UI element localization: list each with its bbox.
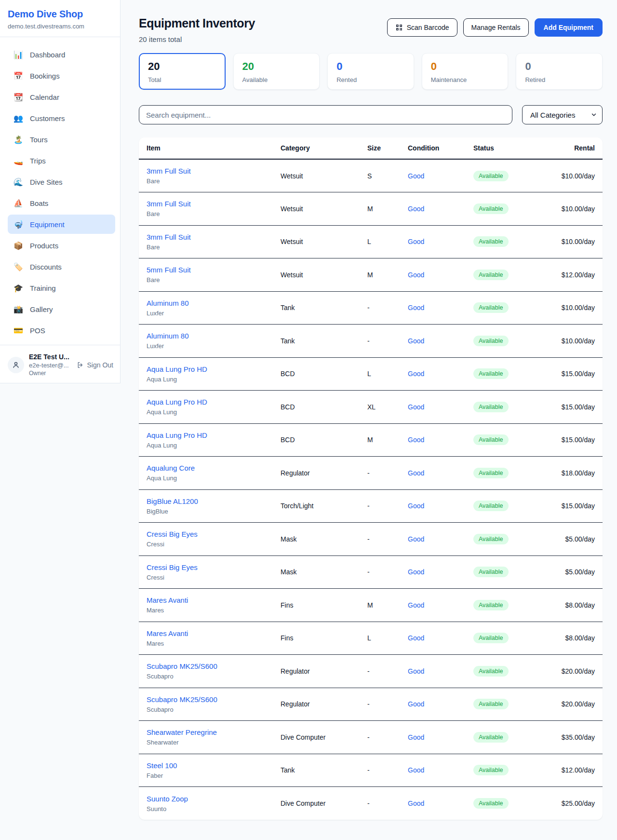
condition-link[interactable]: Good bbox=[408, 787, 473, 820]
avatar bbox=[8, 357, 24, 373]
condition-link[interactable]: Good bbox=[408, 688, 473, 721]
sidebar-item-equipment[interactable]: 🤿 Equipment bbox=[8, 215, 115, 234]
condition-link[interactable]: Good bbox=[408, 291, 473, 325]
size-cell: - bbox=[367, 721, 408, 754]
products-icon: 📦 bbox=[13, 241, 23, 250]
sidebar-item-pos[interactable]: 💳 POS bbox=[8, 321, 115, 340]
item-name-link[interactable]: 5mm Full Suit bbox=[147, 266, 281, 274]
sidebar-nav: 📊 Dashboard 📅 Bookings 📆 Calendar 👥 Cust… bbox=[0, 37, 120, 340]
barcode-icon bbox=[395, 24, 403, 31]
sidebar-item-discounts[interactable]: 🏷️ Discounts bbox=[8, 257, 115, 276]
rental-cell: $10.00/day bbox=[550, 192, 603, 226]
stat-card-maintenance[interactable]: 0 Maintenance bbox=[422, 53, 509, 90]
size-cell: - bbox=[367, 555, 408, 589]
condition-link[interactable]: Good bbox=[408, 489, 473, 523]
item-name-link[interactable]: Shearwater Peregrine bbox=[147, 728, 281, 736]
rental-cell: $10.00/day bbox=[550, 159, 603, 192]
item-brand: Aqua Lung bbox=[147, 474, 281, 482]
boats-icon: ⛵ bbox=[13, 199, 23, 208]
sidebar-item-bookings[interactable]: 📅 Bookings bbox=[8, 66, 115, 85]
condition-link[interactable]: Good bbox=[408, 555, 473, 589]
item-brand: Faber bbox=[147, 772, 281, 779]
condition-link[interactable]: Good bbox=[408, 457, 473, 490]
condition-link[interactable]: Good bbox=[408, 589, 473, 622]
table-row: Aqua Lung Pro HD Aqua Lung BCD XL Good A… bbox=[139, 391, 603, 424]
items-total: 20 items total bbox=[139, 35, 255, 43]
condition-link[interactable]: Good bbox=[408, 754, 473, 787]
condition-link[interactable]: Good bbox=[408, 423, 473, 457]
pos-icon: 💳 bbox=[13, 326, 23, 335]
main-content: Equipment Inventory 20 items total Scan … bbox=[121, 0, 617, 820]
stat-card-total[interactable]: 20 Total bbox=[139, 53, 226, 90]
condition-link[interactable]: Good bbox=[408, 655, 473, 688]
add-equipment-button[interactable]: Add Equipment bbox=[535, 18, 603, 37]
item-name-link[interactable]: Cressi Big Eyes bbox=[147, 530, 281, 538]
equipment-icon: 🤿 bbox=[13, 220, 23, 229]
category-select[interactable]: All Categories bbox=[522, 105, 603, 124]
sidebar-item-calendar[interactable]: 📆 Calendar bbox=[8, 87, 115, 107]
stat-label: Rented bbox=[336, 76, 405, 83]
condition-link[interactable]: Good bbox=[408, 523, 473, 556]
item-name-link[interactable]: 3mm Full Suit bbox=[147, 233, 281, 241]
condition-link[interactable]: Good bbox=[408, 225, 473, 258]
status-badge: Available bbox=[473, 732, 509, 743]
condition-link[interactable]: Good bbox=[408, 325, 473, 358]
condition-link[interactable]: Good bbox=[408, 192, 473, 226]
trips-icon: 🚤 bbox=[13, 156, 23, 165]
status-badge: Available bbox=[473, 501, 509, 511]
sidebar-item-gallery[interactable]: 📸 Gallery bbox=[8, 299, 115, 319]
column-header-item: Item bbox=[139, 137, 281, 159]
condition-link[interactable]: Good bbox=[408, 391, 473, 424]
condition-link[interactable]: Good bbox=[408, 159, 473, 192]
condition-link[interactable]: Good bbox=[408, 258, 473, 292]
sign-out-button[interactable]: Sign Out bbox=[77, 361, 113, 369]
item-name-link[interactable]: Suunto Zoop bbox=[147, 795, 281, 803]
item-name-link[interactable]: Aluminum 80 bbox=[147, 332, 281, 340]
item-name-link[interactable]: 3mm Full Suit bbox=[147, 167, 281, 175]
condition-link[interactable]: Good bbox=[408, 357, 473, 391]
item-name-link[interactable]: Aluminum 80 bbox=[147, 299, 281, 307]
item-name-link[interactable]: Aqua Lung Pro HD bbox=[147, 398, 281, 406]
rental-cell: $5.00/day bbox=[550, 523, 603, 556]
sidebar-item-products[interactable]: 📦 Products bbox=[8, 236, 115, 255]
rental-cell: $15.00/day bbox=[550, 357, 603, 391]
item-name-link[interactable]: Aqualung Core bbox=[147, 464, 281, 472]
sidebar-item-boats[interactable]: ⛵ Boats bbox=[8, 193, 115, 213]
table-row: 3mm Full Suit Bare Wetsuit M Good Availa… bbox=[139, 192, 603, 226]
status-badge: Available bbox=[473, 798, 509, 809]
sidebar-item-dashboard[interactable]: 📊 Dashboard bbox=[8, 45, 115, 64]
item-name-link[interactable]: Scubapro MK25/S600 bbox=[147, 662, 281, 670]
stat-card-available[interactable]: 20 Available bbox=[233, 53, 320, 90]
header-actions: Scan Barcode Manage Rentals Add Equipmen… bbox=[387, 18, 603, 37]
search-input[interactable] bbox=[139, 105, 512, 124]
sidebar-item-customers[interactable]: 👥 Customers bbox=[8, 108, 115, 128]
sidebar-item-dive-sites[interactable]: 🌊 Dive Sites bbox=[8, 172, 115, 191]
item-brand: Aqua Lung bbox=[147, 442, 281, 449]
item-brand: Mares bbox=[147, 640, 281, 647]
category-cell: Regulator bbox=[281, 457, 367, 490]
condition-link[interactable]: Good bbox=[408, 721, 473, 754]
scan-barcode-button[interactable]: Scan Barcode bbox=[387, 18, 457, 37]
stat-card-rented[interactable]: 0 Rented bbox=[327, 53, 414, 90]
status-badge: Available bbox=[473, 765, 509, 775]
item-name-link[interactable]: Aqua Lung Pro HD bbox=[147, 365, 281, 373]
stat-card-retired[interactable]: 0 Retired bbox=[516, 53, 603, 90]
sidebar-item-label: Products bbox=[30, 242, 58, 250]
rental-cell: $12.00/day bbox=[550, 258, 603, 292]
item-name-link[interactable]: BigBlue AL1200 bbox=[147, 497, 281, 505]
item-name-link[interactable]: Cressi Big Eyes bbox=[147, 563, 281, 571]
stat-label: Maintenance bbox=[431, 76, 499, 83]
size-cell: - bbox=[367, 655, 408, 688]
sidebar-item-trips[interactable]: 🚤 Trips bbox=[8, 151, 115, 170]
sidebar-item-tours[interactable]: 🏝️ Tours bbox=[8, 130, 115, 149]
table-row: Mares Avanti Mares Fins L Good Available… bbox=[139, 622, 603, 655]
condition-link[interactable]: Good bbox=[408, 622, 473, 655]
item-name-link[interactable]: 3mm Full Suit bbox=[147, 200, 281, 208]
sidebar-item-training[interactable]: 🎓 Training bbox=[8, 278, 115, 298]
item-name-link[interactable]: Scubapro MK25/S600 bbox=[147, 695, 281, 704]
manage-rentals-button[interactable]: Manage Rentals bbox=[463, 18, 529, 37]
item-name-link[interactable]: Steel 100 bbox=[147, 761, 281, 770]
item-name-link[interactable]: Mares Avanti bbox=[147, 629, 281, 637]
item-name-link[interactable]: Aqua Lung Pro HD bbox=[147, 431, 281, 439]
item-name-link[interactable]: Mares Avanti bbox=[147, 596, 281, 604]
